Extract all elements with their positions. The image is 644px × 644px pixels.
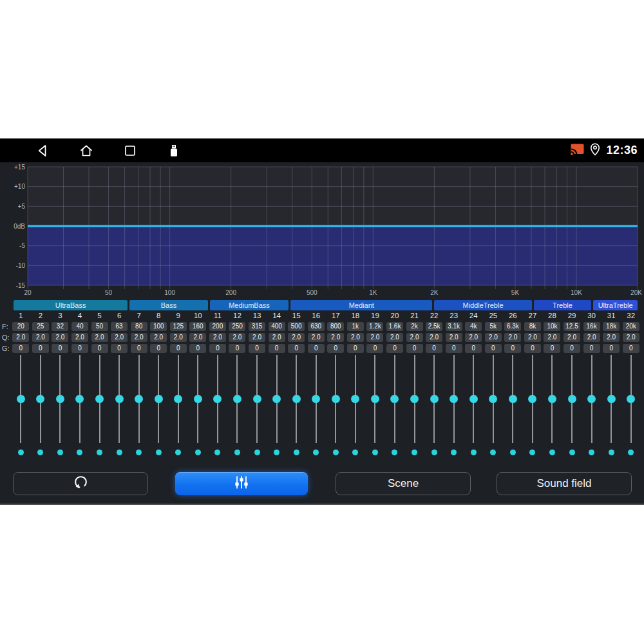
slider-thumb[interactable]: [115, 395, 124, 403]
status-bar: 12:36: [0, 138, 644, 162]
slider-thumb[interactable]: [587, 395, 596, 403]
equalizer-button[interactable]: [175, 472, 308, 495]
slider-thumb[interactable]: [509, 395, 517, 403]
band-number: 27: [529, 311, 537, 321]
band-gain-slider-12[interactable]: [227, 355, 247, 458]
slider-thumb[interactable]: [371, 395, 379, 403]
home-icon[interactable]: [79, 144, 93, 158]
band-gain-slider-11[interactable]: [208, 355, 228, 458]
band-gain-slider-25[interactable]: [484, 355, 504, 458]
slider-thumb[interactable]: [450, 395, 458, 403]
band-gain-slider-16[interactable]: [306, 355, 326, 458]
band-column-26: 266.3k2.00: [503, 311, 523, 355]
band-gain-value: 0: [12, 344, 29, 353]
band-q-value: 2.0: [288, 333, 305, 342]
slider-thumb[interactable]: [292, 395, 301, 403]
band-gain-slider-20[interactable]: [385, 355, 405, 458]
slider-thumb[interactable]: [332, 395, 340, 403]
band-frequency-value: 32: [52, 322, 68, 331]
band-number: 17: [332, 311, 340, 321]
band-number: 30: [587, 311, 596, 321]
band-frequency-value: 80: [131, 322, 147, 331]
band-indicator-dot: [589, 450, 594, 455]
band-frequency-value: 315: [249, 322, 265, 331]
band-gain-slider-5[interactable]: [90, 355, 109, 458]
slider-thumb[interactable]: [469, 395, 478, 403]
slider-thumb[interactable]: [548, 395, 556, 403]
band-number: 15: [292, 311, 301, 321]
slider-thumb[interactable]: [95, 395, 104, 403]
band-column-16: 166302.00: [306, 311, 326, 355]
band-gain-slider-13[interactable]: [247, 355, 267, 458]
band-column-9: 91252.00: [169, 311, 189, 355]
band-gain-slider-28[interactable]: [542, 355, 562, 458]
slider-thumb[interactable]: [607, 395, 616, 403]
slider-thumb[interactable]: [233, 395, 242, 403]
slider-thumb[interactable]: [430, 395, 439, 403]
band-number: 25: [489, 311, 497, 321]
slider-thumb[interactable]: [194, 395, 202, 403]
slider-thumb[interactable]: [410, 395, 419, 403]
band-frequency-value: 50: [91, 322, 108, 331]
slider-thumb[interactable]: [390, 395, 399, 403]
band-gain-slider-7[interactable]: [129, 355, 149, 458]
band-gain-slider-27[interactable]: [523, 355, 543, 458]
band-gain-slider-4[interactable]: [70, 355, 90, 458]
band-column-2: 2252.00: [31, 311, 51, 355]
band-q-value: 2.0: [71, 333, 88, 342]
band-frequency-value: 200: [209, 322, 226, 331]
back-icon[interactable]: [35, 144, 50, 158]
band-gain-slider-10[interactable]: [188, 355, 208, 458]
recents-icon[interactable]: [123, 144, 137, 158]
slider-thumb[interactable]: [312, 395, 320, 403]
band-gain-slider-21[interactable]: [404, 355, 424, 458]
band-gain-slider-18[interactable]: [346, 355, 366, 458]
slider-thumb[interactable]: [17, 395, 25, 403]
y-axis-tick-label: -5: [19, 242, 25, 249]
slider-thumb[interactable]: [528, 395, 536, 403]
slider-thumb[interactable]: [75, 395, 84, 403]
reset-button[interactable]: [13, 472, 148, 495]
band-gain-slider-2[interactable]: [31, 355, 51, 458]
band-gain-slider-3[interactable]: [50, 355, 70, 458]
band-gain-slider-1[interactable]: [11, 355, 31, 458]
slider-thumb[interactable]: [568, 395, 576, 403]
sound-field-button[interactable]: Sound field: [497, 472, 632, 495]
band-gain-slider-17[interactable]: [326, 355, 346, 458]
slider-thumb[interactable]: [627, 395, 635, 403]
band-gain-slider-15[interactable]: [287, 355, 307, 458]
band-frequency-value: 4k: [465, 322, 482, 331]
slider-thumb[interactable]: [272, 395, 281, 403]
band-gain-slider-29[interactable]: [562, 355, 582, 458]
slider-thumb[interactable]: [135, 395, 143, 403]
band-gain-slider-30[interactable]: [582, 355, 601, 458]
band-gain-slider-22[interactable]: [424, 355, 444, 458]
band-number: 18: [351, 311, 359, 321]
band-gain-value: 0: [308, 344, 325, 353]
slider-thumb[interactable]: [36, 395, 44, 403]
slider-thumb[interactable]: [56, 395, 64, 403]
slider-thumb[interactable]: [155, 395, 163, 403]
band-gain-slider-14[interactable]: [267, 355, 287, 458]
band-gain-slider-31[interactable]: [601, 355, 621, 458]
band-gain-slider-19[interactable]: [365, 355, 385, 458]
band-gain-slider-6[interactable]: [109, 355, 129, 458]
band-frequency-value: 125: [170, 322, 187, 331]
band-frequency-value: 40: [71, 322, 88, 331]
band-gain-slider-26[interactable]: [503, 355, 523, 458]
slider-thumb[interactable]: [489, 395, 497, 403]
band-gain-slider-23[interactable]: [444, 355, 464, 458]
slider-thumb[interactable]: [351, 395, 359, 403]
slider-thumb[interactable]: [213, 395, 222, 403]
band-number: 6: [117, 311, 121, 321]
band-gain-slider-8[interactable]: [149, 355, 169, 458]
band-gain-slider-24[interactable]: [464, 355, 484, 458]
slider-thumb[interactable]: [253, 395, 261, 403]
band-number: 32: [627, 311, 635, 321]
band-parameter-grid: 1202.002252.003322.004402.005502.006632.…: [11, 311, 641, 355]
band-q-value: 2.0: [446, 333, 462, 342]
scene-button[interactable]: Scene: [336, 472, 471, 495]
band-gain-slider-9[interactable]: [169, 355, 189, 458]
slider-thumb[interactable]: [174, 395, 182, 403]
band-gain-slider-32[interactable]: [621, 355, 641, 458]
